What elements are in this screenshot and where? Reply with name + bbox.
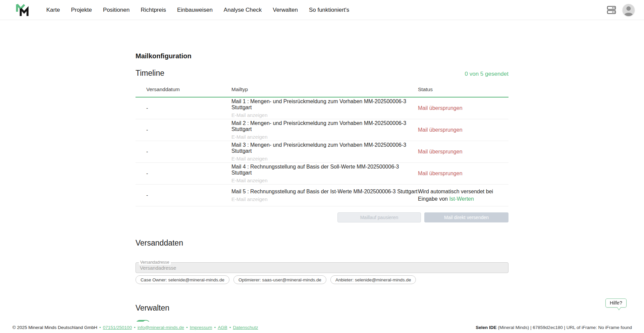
- footer-separator: •: [186, 325, 188, 330]
- table-row: - Mail 3 : Mengen- und Preisrückmeldung …: [136, 141, 508, 163]
- recipient-chips: Case Owner: selenide@mineral-minds.deOpt…: [136, 275, 508, 284]
- footer-link-datenschutz[interactable]: Datenschutz: [233, 325, 258, 330]
- help-button-label: Hilfe?: [610, 300, 622, 306]
- versandadresse-label: Versandadresse: [139, 260, 171, 265]
- top-navbar: KarteProjektePositionenRichtpreisEinbauw…: [0, 0, 644, 20]
- show-email-link[interactable]: E-Mail anzeigen: [231, 134, 268, 140]
- table-body: - Mail 1 : Mengen- und Preisrückmeldung …: [136, 97, 508, 206]
- show-email-link[interactable]: E-Mail anzeigen: [231, 112, 268, 118]
- col-mailtyp: Mailtyp: [231, 86, 418, 92]
- show-email-link[interactable]: E-Mail anzeigen: [231, 178, 268, 183]
- versanddatum-value: -: [146, 127, 231, 133]
- nav-item-richtpreis[interactable]: Richtpreis: [141, 7, 166, 13]
- footer-link-07151-250100[interactable]: 07151/250100: [103, 325, 132, 330]
- versanddatum-value: -: [146, 171, 231, 177]
- sent-status-badge: 0 von 5 gesendet: [465, 71, 508, 77]
- nav-item-karte[interactable]: Karte: [46, 7, 60, 13]
- navbar-right: [606, 4, 635, 16]
- mailtyp-cell: Mail 5 : Rechnungsstellung auf Basis der…: [231, 189, 418, 202]
- verwalten-heading: Verwalten: [136, 304, 508, 313]
- table-row: - Mail 4 : Rechnungsstellung auf Basis d…: [136, 163, 508, 185]
- mail-title: Mail 1 : Mengen- und Preisrückmeldung zu…: [231, 98, 418, 111]
- main-menu: KarteProjektePositionenRichtpreisEinbauw…: [46, 7, 349, 13]
- table-row: - Mail 5 : Rechnungsstellung auf Basis d…: [136, 185, 508, 206]
- nav-item-so-funktioniert-s[interactable]: So funktioniert's: [309, 7, 349, 13]
- ide-details: (Mineral Minds) | 67859d2ec180 | URL of …: [497, 325, 632, 330]
- status-cell: Mail übersprungen: [418, 148, 508, 155]
- status-cell: Wird automatisch versendet bei Eingabe v…: [418, 188, 508, 202]
- status-cell: Mail übersprungen: [418, 105, 508, 112]
- send-mail-direct-button[interactable]: Mail direkt versenden: [424, 212, 508, 222]
- timeline-section: Timeline 0 von 5 gesendet Versanddatum M…: [136, 69, 508, 222]
- show-email-link[interactable]: E-Mail anzeigen: [231, 156, 268, 161]
- timeline-heading: Timeline: [136, 69, 164, 78]
- footer-link-agb[interactable]: AGB: [218, 325, 227, 330]
- col-status: Status: [418, 86, 508, 92]
- pause-maillauf-button[interactable]: Maillauf pausieren: [337, 212, 421, 222]
- footer-link-info-mineral-minds-de[interactable]: info@mineral-minds.de: [138, 325, 184, 330]
- versandadresse-field-wrapper: Versandadresse: [136, 262, 508, 273]
- page-title: Mailkonfiguration: [136, 52, 508, 60]
- footer: © 2025 Mineral Minds Deutschland GmbH •0…: [0, 322, 644, 333]
- mailtyp-cell: Mail 2 : Mengen- und Preisrückmeldung zu…: [231, 120, 418, 140]
- versanddatum-value: -: [146, 105, 231, 111]
- mailtyp-cell: Mail 1 : Mengen- und Preisrückmeldung zu…: [231, 98, 418, 118]
- versanddatum-value: -: [146, 192, 231, 198]
- nav-item-einbauweisen[interactable]: Einbauweisen: [177, 7, 213, 13]
- mail-title: Mail 4 : Rechnungsstellung auf Basis der…: [231, 164, 418, 176]
- versanddaten-heading: Versanddaten: [136, 239, 508, 248]
- nav-item-analyse-check[interactable]: Analyse Check: [224, 7, 262, 13]
- versandadresse-input[interactable]: [136, 263, 508, 273]
- mail-title: Mail 3 : Mengen- und Preisrückmeldung zu…: [231, 142, 418, 154]
- copyright-text: © 2025 Mineral Minds Deutschland GmbH: [12, 325, 97, 330]
- recipient-chip: Case Owner: selenide@mineral-minds.de: [136, 275, 229, 284]
- table-header: Versanddatum Mailtyp Status: [136, 86, 508, 97]
- footer-link-impressum[interactable]: Impressum: [190, 325, 212, 330]
- footer-separator: •: [99, 325, 101, 330]
- card-reader-icon[interactable]: [606, 5, 616, 14]
- recipient-chip: Anbieter: selenide@mineral-minds.de: [330, 275, 416, 284]
- mineral-minds-logo[interactable]: [15, 2, 30, 18]
- ist-werten-link[interactable]: Ist-Werten: [449, 196, 474, 202]
- footer-separator: •: [214, 325, 216, 330]
- col-versanddatum: Versanddatum: [146, 86, 231, 92]
- nav-item-positionen[interactable]: Positionen: [103, 7, 129, 13]
- status-cell: Mail übersprungen: [418, 126, 508, 134]
- show-email-link[interactable]: E-Mail anzeigen: [231, 196, 268, 202]
- user-avatar-icon[interactable]: [623, 4, 635, 16]
- mailtyp-cell: Mail 3 : Mengen- und Preisrückmeldung zu…: [231, 142, 418, 162]
- footer-system-info: Selen IDE (Mineral Minds) | 67859d2ec180…: [476, 325, 632, 330]
- mail-timeline-table: Versanddatum Mailtyp Status - Mail 1 : M…: [136, 86, 508, 206]
- nav-item-projekte[interactable]: Projekte: [71, 7, 92, 13]
- help-button[interactable]: Hilfe?: [605, 298, 627, 308]
- table-row: - Mail 1 : Mengen- und Preisrückmeldung …: [136, 97, 508, 119]
- mail-title: Mail 5 : Rechnungsstellung auf Basis der…: [231, 189, 418, 195]
- nav-item-verwalten[interactable]: Verwalten: [273, 7, 298, 13]
- main-content: Mailkonfiguration Timeline 0 von 5 gesen…: [136, 52, 508, 329]
- versanddatum-value: -: [146, 149, 231, 155]
- versanddaten-section: Versanddaten Versandadresse Case Owner: …: [136, 239, 508, 284]
- avatar-head: [627, 6, 631, 11]
- footer-legal: © 2025 Mineral Minds Deutschland GmbH •0…: [12, 325, 258, 330]
- avatar-body: [624, 13, 633, 16]
- footer-separator: •: [229, 325, 231, 330]
- mail-title: Mail 2 : Mengen- und Preisrückmeldung zu…: [231, 120, 418, 132]
- ide-name: Selen IDE: [476, 325, 496, 330]
- table-row: - Mail 2 : Mengen- und Preisrückmeldung …: [136, 119, 508, 141]
- footer-separator: •: [134, 325, 136, 330]
- timeline-actions: Maillauf pausieren Mail direkt versenden: [136, 212, 508, 222]
- mailtyp-cell: Mail 4 : Rechnungsstellung auf Basis der…: [231, 164, 418, 184]
- recipient-chip: Optimierer: saas-user@mineral-minds.de: [233, 275, 326, 284]
- help-bubble-tail: [617, 305, 621, 310]
- status-cell: Mail übersprungen: [418, 170, 508, 177]
